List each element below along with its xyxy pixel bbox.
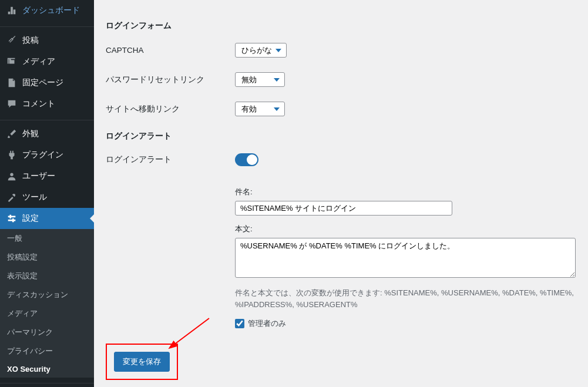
menu-separator	[0, 117, 94, 120]
sidebar-item-label: メディア	[22, 56, 55, 67]
toggle-handle	[247, 154, 257, 165]
captcha-select[interactable]: ひらがな	[235, 43, 287, 58]
password-reset-label: パスワードリセットリンク	[106, 75, 235, 85]
comment-icon	[6, 98, 18, 110]
sidebar-item-pages[interactable]: 固定ページ	[0, 72, 94, 93]
password-reset-select[interactable]: 無効	[235, 72, 285, 87]
svg-point-0	[10, 173, 13, 176]
annotation-arrow-icon	[165, 315, 212, 351]
submit-highlight: 変更を保存	[106, 344, 178, 380]
submenu-item-xo-security[interactable]: XO Security	[0, 361, 94, 378]
submenu-item-media[interactable]: メディア	[0, 304, 94, 323]
login-alert-fields: 件名: 本文: 件名と本文では、次の変数が使用できます: %SITENAME%,…	[235, 181, 576, 329]
subject-input[interactable]	[235, 201, 452, 216]
admin-only-checkbox[interactable]	[235, 319, 244, 328]
submenu-item-privacy[interactable]: プライバシー	[0, 342, 94, 361]
sidebar-item-dashboard[interactable]: ダッシュボード	[0, 0, 94, 21]
settings-submenu: 一般 投稿設定 表示設定 ディスカッション メディア パーマリンク プライバシー…	[0, 229, 94, 378]
plugin-icon	[6, 149, 18, 161]
help-text: 件名と本文では、次の変数が使用できます: %SITENAME%, %USERNA…	[235, 287, 576, 310]
sidebar-item-settings[interactable]: 設定	[0, 208, 94, 229]
pin-icon	[6, 35, 18, 46]
sidebar-item-comments[interactable]: コメント	[0, 93, 94, 115]
dashboard-icon	[6, 5, 18, 16]
admin-only-label: 管理者のみ	[248, 318, 286, 329]
sidebar-item-label: プラグイン	[22, 150, 63, 160]
sidebar-item-label: ツール	[22, 192, 47, 203]
page-icon	[6, 77, 18, 89]
subject-label: 件名:	[235, 187, 576, 197]
body-textarea[interactable]	[235, 238, 576, 278]
submenu-item-discussion[interactable]: ディスカッション	[0, 285, 94, 304]
svg-rect-4	[12, 218, 14, 222]
admin-only-row: 管理者のみ	[235, 318, 576, 329]
sidebar-item-label: 固定ページ	[22, 78, 63, 88]
svg-rect-1	[8, 216, 16, 218]
sidebar-item-label: 設定	[22, 213, 39, 224]
sidebar-item-tools[interactable]: ツール	[0, 187, 94, 208]
content-area: ログインフォーム CAPTCHA ひらがな パスワードリセットリンク 無効 サイ…	[94, 0, 588, 387]
captcha-row: CAPTCHA ひらがな	[106, 43, 576, 58]
login-alert-toggle[interactable]	[235, 153, 258, 166]
svg-rect-2	[8, 220, 16, 221]
settings-icon	[6, 213, 18, 224]
site-link-label: サイトへ移動リンク	[106, 104, 235, 115]
save-button[interactable]: 変更を保存	[114, 352, 170, 372]
svg-line-8	[174, 318, 209, 345]
captcha-label: CAPTCHA	[106, 46, 235, 55]
brush-icon	[6, 128, 18, 140]
sidebar-item-label: ユーザー	[22, 171, 55, 181]
login-alert-label: ログインアラート	[106, 154, 235, 165]
svg-rect-3	[9, 215, 11, 218]
user-icon	[6, 170, 18, 182]
sidebar-item-posts[interactable]: 投稿	[0, 30, 94, 51]
sidebar-item-label: コメント	[22, 99, 55, 109]
submenu-item-writing[interactable]: 投稿設定	[0, 248, 94, 267]
login-alert-heading: ログインアラート	[106, 131, 576, 142]
menu-separator	[0, 24, 94, 27]
admin-sidebar: ダッシュボード 投稿 メディア 固定ページ コメント 外観	[0, 0, 94, 387]
media-icon	[6, 56, 18, 68]
site-link-row: サイトへ移動リンク 有効	[106, 102, 576, 116]
login-form-heading: ログインフォーム	[106, 21, 576, 31]
site-link-select[interactable]: 有効	[235, 102, 285, 116]
sidebar-item-label: 外観	[22, 129, 39, 139]
login-alert-row: ログインアラート	[106, 153, 576, 166]
sidebar-item-appearance[interactable]: 外観	[0, 123, 94, 144]
sidebar-item-plugins[interactable]: プラグイン	[0, 144, 94, 166]
submenu-item-general[interactable]: 一般	[0, 229, 94, 248]
password-reset-row: パスワードリセットリンク 無効	[106, 72, 576, 87]
body-label: 本文:	[235, 224, 576, 234]
tool-icon	[6, 191, 18, 203]
sidebar-item-media[interactable]: メディア	[0, 51, 94, 72]
menu-separator	[0, 381, 94, 383]
sidebar-item-users[interactable]: ユーザー	[0, 166, 94, 187]
sidebar-item-label: ダッシュボード	[22, 5, 80, 16]
sidebar-item-label: 投稿	[22, 35, 39, 46]
submenu-item-permalink[interactable]: パーマリンク	[0, 323, 94, 342]
submenu-item-reading[interactable]: 表示設定	[0, 267, 94, 285]
